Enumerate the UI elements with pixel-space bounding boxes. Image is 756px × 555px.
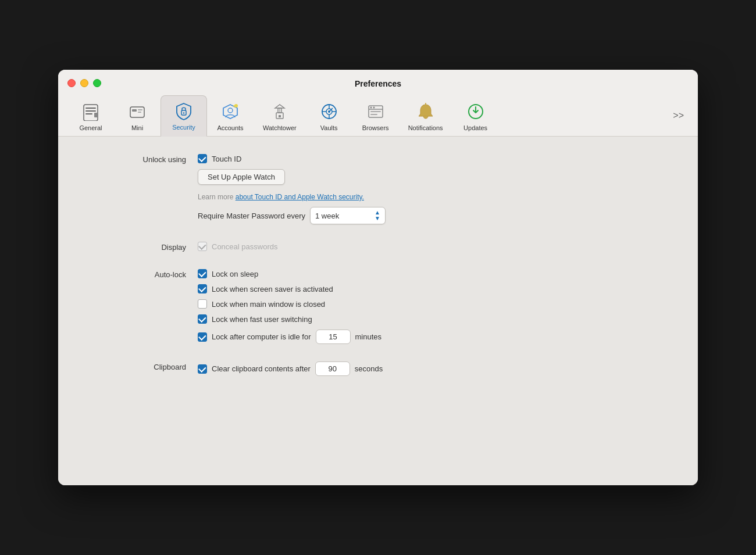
tab-updates[interactable]: Updates: [452, 96, 499, 136]
traffic-lights: [67, 79, 101, 87]
tab-updates-label: Updates: [463, 124, 487, 131]
touch-id-label: Touch ID: [212, 155, 241, 163]
accounts-icon: [220, 101, 241, 122]
preferences-window: Preferences General: [58, 70, 698, 485]
lock-fastuser-label: Lock when fast user switching: [212, 315, 312, 324]
lock-mainwindow-row: Lock when main window is closed: [198, 299, 675, 309]
unlock-section: Unlock using Touch ID Set Up Apple Watch…: [81, 154, 675, 224]
conceal-row: Conceal passwords: [198, 242, 675, 251]
clipboard-section: Clipboard Clear clipboard contents after…: [81, 361, 675, 376]
learn-more-link[interactable]: about Touch ID and Apple Watch security.: [236, 193, 364, 201]
svg-point-29: [373, 107, 375, 109]
tab-accounts[interactable]: Accounts: [207, 96, 254, 136]
svg-rect-8: [138, 112, 141, 113]
tab-browsers[interactable]: Browsers: [352, 96, 399, 136]
dropdown-arrows: ▲ ▼: [375, 210, 380, 221]
require-value: 1 week: [315, 212, 339, 220]
tab-general-label: General: [79, 124, 102, 131]
conceal-checkbox[interactable]: [198, 242, 207, 251]
conceal-label: Conceal passwords: [212, 242, 277, 251]
require-password-dropdown[interactable]: 1 week ▲ ▼: [310, 207, 386, 224]
unlock-label: Unlock using: [81, 154, 198, 224]
vaults-icon: [319, 101, 340, 122]
touch-id-checkbox[interactable]: [198, 154, 207, 163]
browsers-icon: [365, 101, 386, 122]
close-button[interactable]: [67, 79, 76, 87]
touch-id-row: Touch ID: [198, 154, 675, 163]
toolbar-more-button[interactable]: >>: [668, 106, 689, 126]
tab-general[interactable]: General: [67, 96, 114, 136]
lock-fastuser-checkbox[interactable]: [198, 314, 207, 324]
tab-security-label: Security: [172, 124, 195, 131]
lock-mainwindow-label: Lock when main window is closed: [212, 300, 325, 309]
clipboard-clear-suffix: seconds: [355, 364, 383, 373]
clipboard-label: Clipboard: [81, 361, 198, 376]
content-area: Unlock using Touch ID Set Up Apple Watch…: [58, 137, 698, 485]
clipboard-clear-row: Clear clipboard contents after seconds: [198, 361, 675, 376]
svg-rect-5: [130, 107, 144, 117]
security-icon: [173, 101, 194, 121]
svg-rect-30: [370, 111, 381, 112]
lock-sleep-checkbox[interactable]: [198, 269, 207, 278]
tab-security[interactable]: Security: [161, 95, 207, 137]
unlock-content: Touch ID Set Up Apple Watch Learn more a…: [198, 154, 675, 224]
display-content: Conceal passwords: [198, 242, 675, 252]
updates-icon: [465, 101, 486, 122]
lock-mainwindow-checkbox[interactable]: [198, 299, 207, 309]
tab-vaults-label: Vaults: [320, 124, 338, 131]
require-password-row: Require Master Password every 1 week ▲ ▼: [198, 207, 675, 224]
svg-rect-6: [132, 109, 137, 112]
svg-rect-16: [279, 115, 281, 117]
clipboard-clear-label: Clear clipboard contents after: [212, 364, 311, 373]
tab-notifications-label: Notifications: [408, 124, 443, 131]
tab-mini-label: Mini: [131, 124, 143, 131]
window-title: Preferences: [355, 79, 401, 88]
maximize-button[interactable]: [93, 79, 101, 87]
minimize-button[interactable]: [80, 79, 88, 87]
clipboard-clear-input[interactable]: [315, 361, 350, 376]
display-section: Display Conceal passwords: [81, 242, 675, 252]
lock-idle-suffix: minutes: [355, 332, 382, 341]
svg-point-28: [370, 107, 372, 109]
lock-screensaver-checkbox[interactable]: [198, 284, 207, 293]
require-label: Require Master Password every: [198, 212, 305, 220]
clipboard-content: Clear clipboard contents after seconds: [198, 361, 675, 376]
svg-point-12: [228, 108, 233, 113]
lock-sleep-row: Lock on sleep: [198, 269, 675, 278]
mini-icon: [127, 101, 148, 122]
tab-browsers-label: Browsers: [362, 124, 389, 131]
display-label: Display: [81, 242, 198, 252]
svg-rect-3: [85, 113, 92, 114]
autolock-label: Auto-lock: [81, 269, 198, 344]
notifications-icon: [415, 101, 436, 122]
svg-rect-7: [138, 109, 142, 110]
general-icon: [80, 101, 101, 122]
svg-point-13: [234, 104, 238, 108]
lock-idle-input[interactable]: [316, 330, 351, 344]
svg-rect-2: [85, 110, 96, 112]
setup-apple-watch-button[interactable]: Set Up Apple Watch: [198, 169, 285, 185]
tab-notifications[interactable]: Notifications: [399, 96, 452, 136]
svg-point-10: [183, 112, 184, 113]
svg-rect-31: [370, 114, 377, 115]
svg-rect-1: [85, 108, 96, 109]
tab-vaults[interactable]: Vaults: [306, 96, 352, 136]
tab-watchtower-label: Watchtower: [263, 124, 297, 131]
autolock-section: Auto-lock Lock on sleep Lock when screen…: [81, 269, 675, 344]
tab-watchtower[interactable]: Watchtower: [254, 96, 306, 136]
lock-idle-label: Lock after computer is idle for: [212, 332, 311, 341]
lock-screensaver-row: Lock when screen saver is activated: [198, 284, 675, 293]
watchtower-icon: [269, 101, 290, 122]
lock-idle-row: Lock after computer is idle for minutes: [198, 330, 675, 344]
learn-more-text: Learn more about Touch ID and Apple Watc…: [198, 193, 675, 201]
tab-mini[interactable]: Mini: [114, 96, 161, 136]
lock-idle-checkbox[interactable]: [198, 332, 207, 342]
titlebar: Preferences: [58, 70, 698, 88]
svg-rect-4: [94, 113, 98, 117]
clipboard-clear-checkbox[interactable]: [198, 364, 207, 374]
lock-screensaver-label: Lock when screen saver is activated: [212, 285, 333, 293]
lock-fastuser-row: Lock when fast user switching: [198, 314, 675, 324]
toolbar: General Mini: [58, 88, 698, 137]
autolock-content: Lock on sleep Lock when screen saver is …: [198, 269, 675, 344]
tab-accounts-label: Accounts: [217, 124, 243, 131]
